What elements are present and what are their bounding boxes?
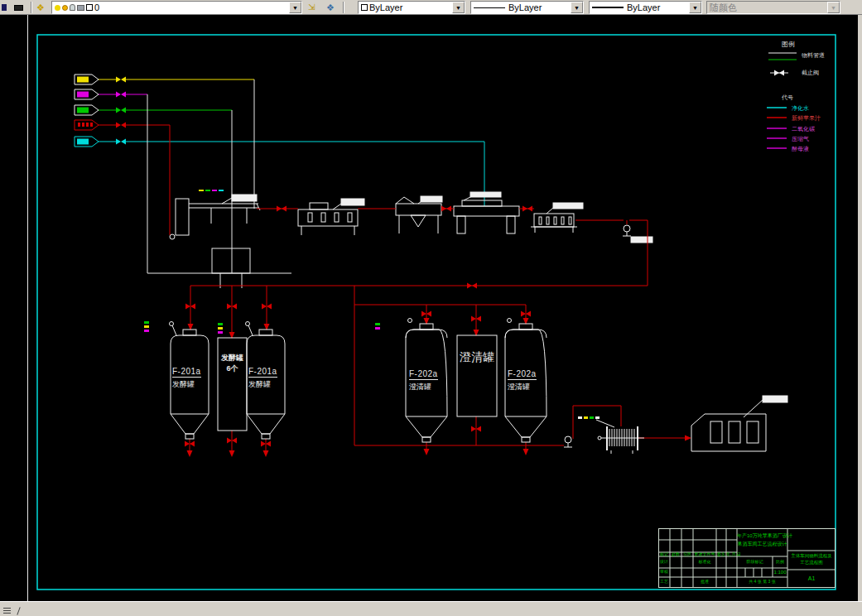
tb-header-zone: 分区 — [681, 552, 693, 557]
lineweight-control-value: ByLayer — [627, 2, 660, 12]
ferment-tank-mid-name: 发酵罐 — [218, 353, 247, 363]
ferment-tank-mid-count: 6个 — [218, 363, 247, 374]
tb-drawing-title-line1: 主体车间物料流程及 — [787, 553, 836, 558]
tb-header-date: 年.月.日 — [726, 552, 737, 557]
bylayer-color-swatch — [361, 4, 368, 11]
tb-row-craft: 工艺 — [658, 580, 670, 585]
layers-dialog-icon[interactable]: ❖ — [34, 1, 50, 14]
color-control-dropdown[interactable]: ByLayer ▼ — [358, 1, 465, 14]
ferment-tank-left-code: F-201a — [172, 367, 201, 378]
window-right-edge — [858, 15, 862, 601]
clarify-tank-right-code: F-202a — [508, 369, 537, 380]
layout-tabs-icon[interactable] — [3, 613, 11, 614]
swatch-button[interactable] — [11, 1, 27, 14]
linetype-control-dropdown[interactable]: ByLayer ▼ — [470, 1, 584, 14]
color-legend-item: 二氧化碳 — [792, 125, 815, 133]
tb-row-design: 设计 — [658, 560, 670, 565]
make-object-layer-current-icon[interactable]: ⇲ — [306, 1, 321, 14]
clarify-tank-left-code: F-202a — [409, 369, 438, 380]
color-legend-item: 压缩气 — [792, 135, 809, 143]
color-legend-item: 新鲜苹果汁 — [792, 114, 821, 123]
cad-application-window: ❖ 0 ▼ ⇲ ❖ ByLayer ▼ ByLayer ▼ B — [0, 0, 862, 616]
color-legend-title: 代号 — [782, 94, 793, 102]
lineweight-sample-icon — [592, 7, 624, 8]
tb-project-line2: 果酒车间工艺流程设计 — [737, 541, 787, 547]
layer-lock-icon[interactable] — [70, 4, 75, 11]
tb-stage-label: 阶段标记 — [737, 560, 773, 565]
layer-color-swatch[interactable] — [86, 4, 93, 11]
object-properties-toolbar: ❖ 0 ▼ ⇲ ❖ ByLayer ▼ ByLayer ▼ B — [0, 0, 862, 15]
tb-drawing-title-line2: 工艺流程图 — [787, 560, 836, 565]
tb-sheet-info: 共 4 张 第 3 张 — [737, 580, 787, 585]
current-layer-name: 0 — [94, 2, 99, 12]
status-bar[interactable] — [0, 601, 862, 616]
legend-valve-label: 截止阀 — [802, 69, 819, 77]
layer-previous-icon[interactable]: ❖ — [324, 1, 340, 14]
plot-style-dropdown: 随颜色 ▼ — [706, 1, 840, 14]
legend-pipe-label: 物料管道 — [802, 51, 825, 60]
clarify-tank-right-name: 澄清罐 — [508, 382, 530, 392]
tb-project-line1: 年产10万吨苹果酒厂设计 — [737, 533, 787, 539]
clipped-toolbar-icon[interactable] — [0, 1, 8, 14]
layer-dropdown[interactable]: 0 ▼ — [51, 1, 302, 14]
clarify-tank-left-name: 澄清罐 — [409, 382, 431, 392]
ferment-tank-right-name: 发酵罐 — [248, 379, 271, 390]
toolbar-separator — [343, 2, 344, 13]
lineweight-control-dropdown[interactable]: ByLayer ▼ — [589, 1, 702, 14]
plot-style-dropdown-arrow: ▼ — [827, 2, 840, 13]
tb-header-mark: 标记 — [658, 552, 670, 557]
tb-row-check: 审核 — [658, 570, 670, 575]
layout-tabs-icon[interactable] — [3, 608, 11, 609]
linetype-sample-icon — [474, 7, 505, 8]
ferment-tank-right-code: F-201a — [248, 367, 277, 378]
layer-plot-printer-icon[interactable] — [77, 5, 84, 11]
tb-header-count: 处数 — [670, 552, 681, 557]
model-space-canvas[interactable]: 图例 物料管道 截止阀 代号 净化水 新鲜苹果汁 二氧化碳 压缩气 酵母液 F-… — [0, 15, 862, 601]
layer-dropdown-arrow[interactable]: ▼ — [289, 2, 301, 13]
clarify-tank-mid-name: 澄清罐 — [457, 350, 497, 365]
tb-header-sign: 签名 — [716, 552, 726, 557]
color-legend-item: 酵母液 — [792, 145, 809, 153]
color-legend-item: 净化水 — [792, 104, 809, 113]
tb-scale-label: 比例 — [773, 560, 787, 565]
legend-title: 图例 — [782, 40, 795, 49]
tb-row-approve: 批准 — [693, 580, 716, 585]
viewport-border — [27, 15, 858, 601]
layer-on-bulb-icon[interactable] — [55, 5, 60, 11]
layout-tabs-icon[interactable] — [3, 610, 11, 611]
tb-scale-value: 1:100 — [773, 570, 787, 575]
linetype-control-value: ByLayer — [508, 2, 542, 12]
plot-style-value: 随颜色 — [710, 2, 737, 14]
tab-divider — [17, 607, 20, 615]
ferment-tank-left-name: 发酵罐 — [172, 379, 195, 390]
color-control-value: ByLayer — [369, 2, 402, 12]
lineweight-dropdown-arrow[interactable]: ▼ — [689, 2, 701, 13]
tb-row-standard: 标准化 — [693, 560, 716, 565]
title-block: 标记 处数 分区 更改文件号 签名 年.月.日 设计 标准化 审核 工艺 批准 … — [658, 528, 836, 588]
tb-sheet-size: A1 — [787, 575, 836, 582]
color-dropdown-arrow[interactable]: ▼ — [452, 2, 465, 13]
toolbar-separator — [31, 2, 32, 13]
layer-freeze-sun-icon[interactable] — [62, 5, 68, 11]
linetype-dropdown-arrow[interactable]: ▼ — [571, 2, 583, 13]
tb-header-docno: 更改文件号 — [693, 552, 716, 557]
